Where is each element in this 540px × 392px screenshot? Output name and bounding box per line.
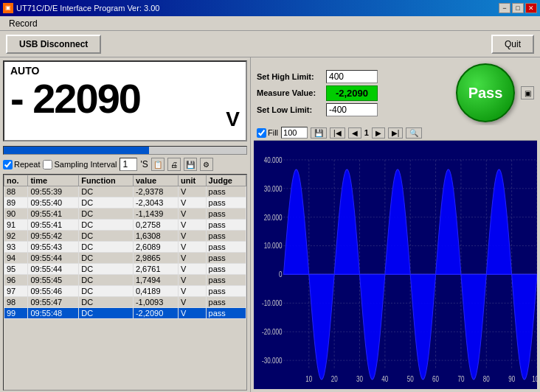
col-judge: Judge [206,175,246,186]
svg-text:20.000: 20.000 [264,214,283,222]
svg-text:0: 0 [279,270,282,279]
svg-text:50: 50 [407,375,414,383]
col-value: value [133,175,178,186]
svg-text:10: 10 [305,375,312,383]
pass-circle: Pass [456,63,515,122]
copy-icon-button[interactable]: 📋 [151,158,165,171]
table-row[interactable]: 9909:55:48DC-2,2090Vpass [4,308,246,319]
print-icon-button[interactable]: 🖨 [167,158,181,171]
high-limit-row: Set High Limit: 400 [257,70,450,83]
table-wrapper[interactable]: no. time Function value unit Judge 8809:… [4,175,246,390]
svg-text:-30.000: -30.000 [262,357,282,365]
low-limit-input[interactable]: -400 [326,103,378,116]
svg-text:30: 30 [356,375,363,383]
menu-bar: Record [0,16,540,31]
sampling-value-input[interactable]: 1 [120,158,137,171]
table-body: 8809:55:39DC-2,9378Vpass8909:55:40DC-2,3… [4,186,246,319]
quit-button[interactable]: Quit [491,35,534,54]
svg-text:10.000: 10.000 [264,242,283,251]
sampling-interval-label: Sampling Interval [43,160,117,169]
fill-value-input[interactable]: 100 [281,127,308,139]
svg-text:60: 60 [432,375,439,383]
first-page-button[interactable]: |◀ [330,127,345,139]
window-title: UT71C/D/E Interface Program Ver: 3.00 [16,4,159,13]
table-row[interactable]: 9809:55:47DC-1,0093Vpass [4,297,246,308]
fill-checkbox-label[interactable]: Fill [257,128,278,138]
repeat-checkbox[interactable] [3,160,13,169]
chart-container: 40.000 30.000 20.000 10.000 0 -10.000 -2… [254,141,537,389]
low-limit-row: Set Low Limit: -400 [257,103,450,116]
chart-toolbar: Fill 100 💾 |◀ ◀ 1 ▶ ▶| 🔍 [254,125,537,141]
maximize-button[interactable]: □ [512,3,524,13]
svg-text:40: 40 [381,375,388,383]
table-header-row: no. time Function value unit Judge [4,175,246,186]
low-limit-label: Set Low Limit: [257,105,323,114]
table-section: no. time Function value unit Judge 8809:… [3,174,247,391]
title-bar: ▣ UT71C/D/E Interface Program Ver: 3.00 … [0,0,540,16]
table-row[interactable]: 9609:55:45DC1,7494Vpass [4,275,246,286]
svg-text:30.000: 30.000 [264,185,283,193]
usb-disconnect-button[interactable]: USB Disconnect [6,35,101,54]
close-button[interactable]: ✕ [525,3,537,13]
table-row[interactable]: 9309:55:43DC2,6089Vpass [4,242,246,253]
high-limit-label: Set High Limit: [257,72,323,81]
main-value: - 22090 [10,78,240,119]
save-icon-button[interactable]: 💾 [184,158,197,171]
window-controls: − □ ✕ [499,3,537,13]
table-row[interactable]: 8809:55:39DC-2,9378Vpass [4,186,246,197]
chart-svg: 40.000 30.000 20.000 10.000 0 -10.000 -2… [254,141,537,389]
menu-record[interactable]: Record [3,17,44,30]
next-page-button[interactable]: ▶ [372,127,385,139]
svg-text:40.000: 40.000 [264,156,283,164]
limits-left: Set High Limit: 400 Measure Value: -2,20… [257,68,450,119]
svg-text:70: 70 [457,375,464,383]
measure-value-label: Measure Value: [257,88,323,97]
svg-text:20: 20 [331,375,338,383]
left-panel: AUTO - 22090 V Repeat Sampling Interval … [0,57,251,392]
col-no: no. [4,175,28,186]
controls-row: Repeat Sampling Interval 1 'S 📋 🖨 💾 ⚙ [0,156,250,172]
settings-icon-button[interactable]: ⚙ [200,158,213,171]
config-icon-button[interactable]: ▣ [521,86,534,99]
svg-text:90: 90 [508,375,515,383]
svg-text:80: 80 [483,375,490,383]
svg-text:-10.000: -10.000 [262,299,282,307]
table-row[interactable]: 9409:55:44DC2,9865Vpass [4,253,246,264]
repeat-checkbox-label[interactable]: Repeat [3,160,40,169]
unit-label: V [226,108,240,131]
page-number: 1 [364,128,369,137]
high-limit-input[interactable]: 400 [326,70,378,83]
table-row[interactable]: 9209:55:42DC1,6308Vpass [4,231,246,242]
sampling-checkbox[interactable] [43,160,52,169]
toolbar: USB Disconnect Quit [0,31,540,57]
measure-value-row: Measure Value: -2,2090 [257,85,450,101]
minimize-button[interactable]: − [499,3,510,13]
fill-checkbox[interactable] [257,128,266,138]
prev-page-button[interactable]: ◀ [348,127,361,139]
col-unit: unit [179,175,207,186]
data-table: no. time Function value unit Judge 8809:… [4,175,246,319]
svg-text:-20.000: -20.000 [262,328,282,336]
table-row[interactable]: 9109:55:41DC0,2758Vpass [4,220,246,231]
zoom-button[interactable]: 🔍 [406,127,422,139]
last-page-button[interactable]: ▶| [388,127,404,139]
save-chart-button[interactable]: 💾 [311,127,327,139]
right-panel: Set High Limit: 400 Measure Value: -2,20… [251,57,540,392]
table-row[interactable]: 8909:55:40DC-2,3043Vpass [4,197,246,209]
table-row[interactable]: 9509:55:44DC2,6761Vpass [4,264,246,275]
measure-value-display: -2,2090 [326,85,378,101]
progress-bar-container [3,146,247,155]
col-function: Function [79,175,134,186]
limits-section: Set High Limit: 400 Measure Value: -2,20… [254,60,537,125]
progress-bar-fill [4,147,149,154]
svg-text:100: 100 [532,375,537,383]
app-icon: ▣ [3,3,13,13]
table-row[interactable]: 9009:55:41DC-1,1439Vpass [4,209,246,220]
col-time: time [28,175,79,186]
display-section: AUTO - 22090 V [3,60,247,141]
sampling-unit: 'S [140,159,148,169]
table-row[interactable]: 9709:55:46DC0,4189Vpass [4,286,246,297]
main-area: AUTO - 22090 V Repeat Sampling Interval … [0,57,540,392]
